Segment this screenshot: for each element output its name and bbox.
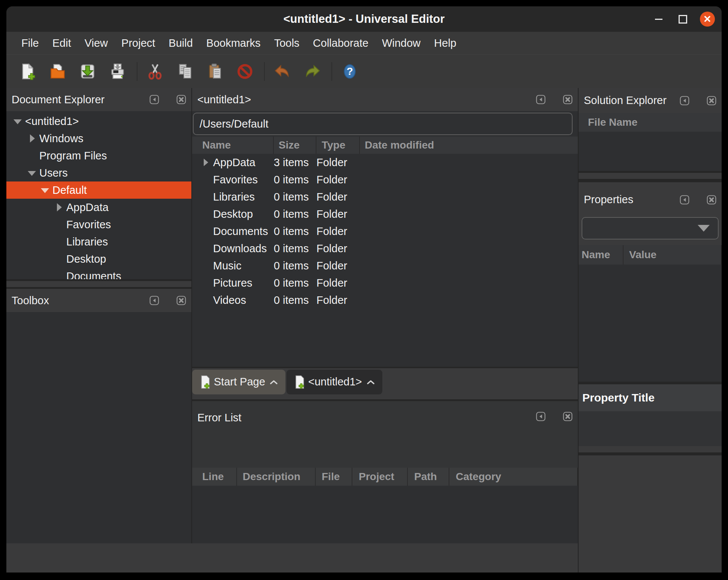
tree-item-libraries[interactable]: Libraries xyxy=(6,233,191,250)
menu-bookmarks[interactable]: Bookmarks xyxy=(200,32,267,54)
menu-help[interactable]: Help xyxy=(427,32,463,54)
open-button[interactable] xyxy=(49,63,66,80)
print-icon xyxy=(109,63,126,80)
column-header-path[interactable]: Path xyxy=(408,468,449,486)
collapse-left-icon xyxy=(540,98,542,101)
file-row-desktop[interactable]: Desktop0 itemsFolder xyxy=(192,205,578,223)
print-button[interactable] xyxy=(109,63,126,80)
dock-close-button[interactable] xyxy=(176,296,186,305)
menu-build[interactable]: Build xyxy=(162,32,200,54)
dock-close-button[interactable] xyxy=(707,96,716,106)
chevron-right-icon[interactable] xyxy=(27,134,36,143)
minimize-button[interactable] xyxy=(655,6,662,32)
copy-button[interactable] xyxy=(176,63,194,80)
maximize-button[interactable] xyxy=(679,6,687,32)
stop-button[interactable] xyxy=(236,63,254,80)
file-row-favorites[interactable]: Favorites0 itemsFolder xyxy=(192,171,578,188)
file-type: Folder xyxy=(316,277,578,289)
menu-collaborate[interactable]: Collaborate xyxy=(306,32,375,54)
undo-button[interactable] xyxy=(274,63,291,80)
tree-item-favorites[interactable]: Favorites xyxy=(6,216,191,233)
tree-item-documents[interactable]: Documents xyxy=(6,268,191,279)
chevron-down-icon[interactable] xyxy=(40,186,49,195)
menu-window[interactable]: Window xyxy=(375,32,427,54)
menu-project[interactable]: Project xyxy=(115,32,162,54)
dock-collapse-button[interactable] xyxy=(149,95,159,104)
tab-start-page[interactable]: Start Page xyxy=(192,370,285,394)
column-header-line[interactable]: Line xyxy=(192,468,237,486)
dock-collapse-button[interactable] xyxy=(680,195,689,205)
chevron-right-icon[interactable] xyxy=(54,203,63,212)
horizontal-splitter[interactable] xyxy=(579,171,722,181)
close-icon xyxy=(710,198,713,201)
chevron-down-icon[interactable] xyxy=(13,117,22,126)
column-header-file-name[interactable]: File Name xyxy=(579,113,722,132)
chevron-right-icon[interactable] xyxy=(202,158,210,167)
column-header-date-modified[interactable]: Date modified xyxy=(360,137,578,154)
tab-label: Start Page xyxy=(214,376,265,388)
close-icon xyxy=(566,415,570,418)
menu-view[interactable]: View xyxy=(78,32,115,54)
expander-spacer xyxy=(54,220,63,229)
save-button[interactable] xyxy=(79,63,96,80)
file-row-appdata[interactable]: AppData3 itemsFolder xyxy=(192,154,578,171)
chevron-down-icon[interactable] xyxy=(27,168,36,177)
column-header-file[interactable]: File xyxy=(316,468,352,486)
menu-file[interactable]: File xyxy=(15,32,46,54)
tree-item-appdata[interactable]: AppData xyxy=(6,199,191,216)
column-header-size[interactable]: Size xyxy=(274,137,316,154)
column-header-project[interactable]: Project xyxy=(352,468,408,486)
save-icon xyxy=(79,63,96,80)
file-row-documents[interactable]: Documents0 itemsFolder xyxy=(192,223,578,240)
redo-button[interactable] xyxy=(304,63,321,80)
column-header-name[interactable]: Name xyxy=(192,137,274,154)
tree-item-program-files[interactable]: Program Files xyxy=(6,147,191,164)
column-header-prop-name[interactable]: Name xyxy=(579,245,624,265)
column-header-category[interactable]: Category xyxy=(449,468,578,486)
dock-close-button[interactable] xyxy=(563,95,573,104)
maximize-icon xyxy=(679,15,687,24)
chevron-up-icon[interactable] xyxy=(270,379,278,385)
menu-tools[interactable]: Tools xyxy=(267,32,306,54)
file-row-downloads[interactable]: Downloads0 itemsFolder xyxy=(192,240,578,257)
dock-close-button[interactable] xyxy=(563,412,573,421)
dock-close-button[interactable] xyxy=(707,195,716,205)
error-list-title: Error List xyxy=(197,412,519,424)
tree-item-untitled1[interactable]: <untitled1> xyxy=(6,113,191,130)
menu-edit[interactable]: Edit xyxy=(46,32,78,54)
titlebar[interactable]: <untitled1> - Universal Editor ✕ xyxy=(6,6,722,32)
close-button[interactable]: ✕ xyxy=(700,6,715,32)
dock-close-button[interactable] xyxy=(176,95,186,104)
file-row-pictures[interactable]: Pictures0 itemsFolder xyxy=(192,274,578,291)
path-input[interactable]: /Users/Default xyxy=(193,113,573,135)
file-row-music[interactable]: Music0 itemsFolder xyxy=(192,257,578,274)
collapse-left-icon xyxy=(540,414,542,418)
dock-collapse-button[interactable] xyxy=(536,95,546,104)
paste-button[interactable] xyxy=(206,63,224,80)
horizontal-splitter[interactable] xyxy=(579,446,722,455)
cut-button[interactable] xyxy=(146,63,164,80)
tree-item-windows[interactable]: Windows xyxy=(6,130,191,147)
document-tabstrip: Start Page <untitled1> xyxy=(192,367,578,401)
column-header-type[interactable]: Type xyxy=(316,137,360,154)
tab-untitled1[interactable]: <untitled1> xyxy=(286,370,382,394)
tree-item-default[interactable]: Default xyxy=(6,181,191,199)
file-name: Favorites xyxy=(213,174,274,186)
column-header-description[interactable]: Description xyxy=(237,468,316,486)
property-object-select[interactable] xyxy=(582,217,719,239)
file-row-libraries[interactable]: Libraries0 itemsFolder xyxy=(192,188,578,205)
dock-collapse-button[interactable] xyxy=(680,96,689,106)
dock-collapse-button[interactable] xyxy=(149,296,159,305)
tree-item-desktop[interactable]: Desktop xyxy=(6,250,191,268)
tree-item-users[interactable]: Users xyxy=(6,164,191,181)
horizontal-splitter[interactable] xyxy=(6,279,191,289)
expander-spacer xyxy=(202,279,210,287)
column-header-prop-value[interactable]: Value xyxy=(624,245,722,265)
chevron-up-icon[interactable] xyxy=(367,379,375,385)
new-file-button[interactable] xyxy=(19,63,36,80)
help-button[interactable]: ? xyxy=(341,63,358,80)
expander-spacer xyxy=(54,272,63,279)
dock-collapse-button[interactable] xyxy=(536,412,546,421)
help-icon: ? xyxy=(341,63,358,80)
file-row-videos[interactable]: Videos0 itemsFolder xyxy=(192,291,578,309)
